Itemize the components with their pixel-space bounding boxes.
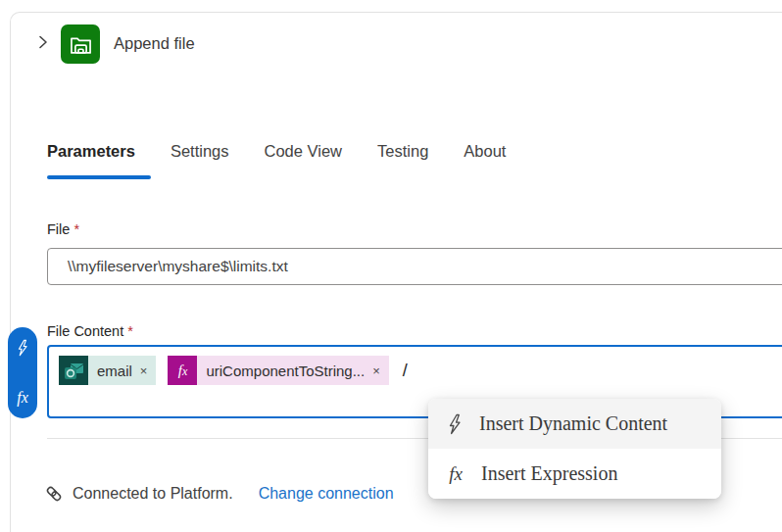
typed-text: /: [403, 356, 408, 385]
collapse-panel-button[interactable]: [32, 31, 54, 53]
fx-toolbar-button[interactable]: fx: [17, 389, 28, 407]
outlook-logo-icon: [59, 356, 88, 385]
token-expression-label: uriComponentToString... ×: [197, 356, 388, 385]
menu-item-label: Insert Expression: [481, 462, 617, 485]
token-email[interactable]: email ×: [59, 356, 156, 385]
tab-bar: Parameters Settings Code View Testing Ab…: [47, 142, 506, 161]
required-asterisk: *: [73, 221, 79, 237]
tab-parameters[interactable]: Parameters: [47, 142, 135, 161]
fx-glyph: fx: [178, 363, 188, 379]
lightning-icon: [445, 413, 464, 435]
required-asterisk: *: [127, 323, 133, 339]
file-content-label-text: File Content: [47, 323, 123, 339]
file-content-field-label: File Content*: [47, 323, 133, 339]
dynamic-content-toolbar[interactable]: fx: [8, 327, 37, 418]
token-expression[interactable]: fx uriComponentToString... ×: [168, 356, 388, 385]
file-system-connector-icon: [61, 24, 100, 64]
connection-status-text: Connected to Platform.: [73, 485, 233, 503]
file-input-value: \\myfileserver\myshare$\limits.txt: [68, 258, 288, 275]
active-tab-indicator: [47, 175, 151, 179]
token-text: email: [97, 363, 132, 379]
file-label-text: File: [47, 221, 70, 237]
lightning-icon[interactable]: [15, 339, 30, 357]
file-input[interactable]: \\myfileserver\myshare$\limits.txt: [47, 248, 782, 285]
token-email-label: email ×: [88, 356, 156, 385]
menu-item-insert-expression[interactable]: fx Insert Expression: [428, 449, 721, 499]
menu-item-insert-dynamic-content[interactable]: Insert Dynamic Content: [428, 399, 721, 449]
menu-item-label: Insert Dynamic Content: [479, 412, 667, 435]
change-connection-link[interactable]: Change connection: [259, 485, 394, 503]
insert-context-menu: Insert Dynamic Content fx Insert Express…: [428, 399, 721, 499]
tab-testing[interactable]: Testing: [377, 142, 428, 161]
connection-link-icon: [44, 484, 64, 504]
connection-status-row: Connected to Platform. Change connection: [44, 484, 394, 504]
remove-token-button[interactable]: ×: [140, 363, 148, 378]
folder-server-icon: [68, 31, 94, 58]
file-field-label: File*: [47, 221, 79, 237]
fx-icon: fx: [168, 356, 197, 385]
outlook-icon: [59, 356, 88, 385]
action-editor-panel: Append file Parameters Settings Code Vie…: [0, 0, 782, 532]
remove-token-button[interactable]: ×: [372, 363, 380, 378]
action-title: Append file: [114, 34, 195, 53]
tab-settings[interactable]: Settings: [171, 142, 229, 161]
tab-about[interactable]: About: [464, 142, 506, 161]
token-text: uriComponentToString...: [206, 363, 365, 379]
tab-code-view[interactable]: Code View: [265, 142, 343, 161]
chevron-right-icon: [33, 32, 53, 52]
fx-icon: fx: [445, 463, 466, 485]
